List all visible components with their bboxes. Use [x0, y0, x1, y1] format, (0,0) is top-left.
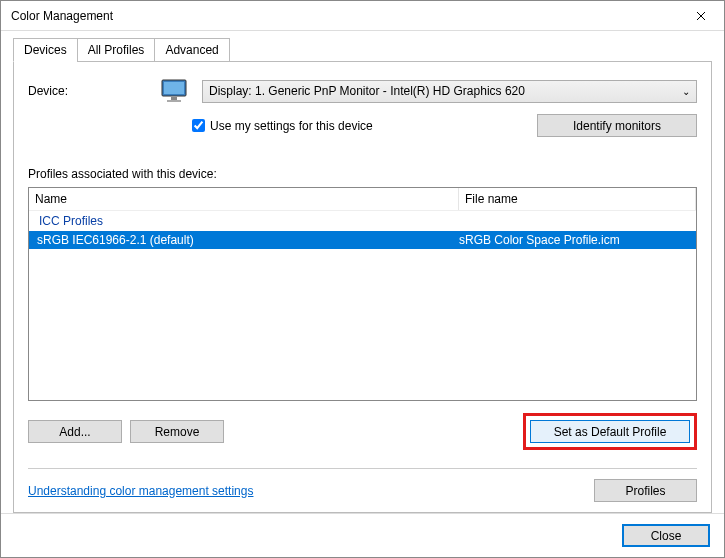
use-my-settings-label: Use my settings for this device [210, 119, 373, 133]
tab-panel-devices: Device: Display: 1. Generic PnP Monitor … [13, 61, 712, 513]
use-my-settings-input[interactable] [192, 119, 205, 132]
bottom-row: Understanding color management settings … [28, 479, 697, 502]
understanding-color-management-link[interactable]: Understanding color management settings [28, 484, 253, 498]
list-item-name: sRGB IEC61966-2.1 (default) [29, 233, 459, 247]
tab-devices[interactable]: Devices [13, 38, 78, 62]
identify-monitors-button[interactable]: Identify monitors [537, 114, 697, 137]
use-my-settings-checkbox[interactable]: Use my settings for this device [192, 119, 373, 133]
profiles-listview[interactable]: Name File name ICC Profiles sRGB IEC6196… [28, 187, 697, 401]
device-label: Device: [28, 84, 148, 98]
column-header-name[interactable]: Name [29, 188, 459, 210]
profiles-section-label: Profiles associated with this device: [28, 167, 697, 181]
profile-actions-left: Add... Remove [28, 420, 224, 443]
set-as-default-profile-button[interactable]: Set as Default Profile [530, 420, 690, 443]
set-default-highlight: Set as Default Profile [523, 413, 697, 450]
device-dropdown-value: Display: 1. Generic PnP Monitor - Intel(… [209, 84, 525, 98]
device-settings-row: Use my settings for this device Identify… [192, 114, 697, 137]
profile-actions-row: Add... Remove Set as Default Profile [28, 413, 697, 450]
window-title: Color Management [11, 9, 113, 23]
device-row: Device: Display: 1. Generic PnP Monitor … [28, 76, 697, 106]
svg-rect-2 [171, 97, 177, 100]
column-header-file[interactable]: File name [459, 188, 696, 210]
listview-group-icc: ICC Profiles [29, 211, 696, 231]
device-dropdown[interactable]: Display: 1. Generic PnP Monitor - Intel(… [202, 80, 697, 103]
close-icon[interactable] [678, 1, 724, 31]
remove-button[interactable]: Remove [130, 420, 224, 443]
content-area: Devices All Profiles Advanced Device: Di… [1, 31, 724, 513]
svg-rect-1 [164, 82, 184, 94]
svg-rect-3 [167, 100, 181, 102]
chevron-down-icon: ⌄ [682, 86, 690, 97]
color-management-window: Color Management Devices All Profiles Ad… [0, 0, 725, 558]
close-button[interactable]: Close [622, 524, 710, 547]
tab-all-profiles[interactable]: All Profiles [77, 38, 156, 62]
dialog-footer: Close [1, 513, 724, 557]
tab-strip: Devices All Profiles Advanced [13, 37, 712, 61]
monitor-icon [158, 76, 192, 106]
tab-advanced[interactable]: Advanced [154, 38, 229, 62]
profiles-button[interactable]: Profiles [594, 479, 697, 502]
add-button[interactable]: Add... [28, 420, 122, 443]
list-item[interactable]: sRGB IEC61966-2.1 (default) sRGB Color S… [29, 231, 696, 249]
divider [28, 468, 697, 469]
listview-header: Name File name [29, 188, 696, 211]
list-item-file: sRGB Color Space Profile.icm [459, 233, 696, 247]
titlebar: Color Management [1, 1, 724, 31]
listview-body: ICC Profiles sRGB IEC61966-2.1 (default)… [29, 211, 696, 400]
